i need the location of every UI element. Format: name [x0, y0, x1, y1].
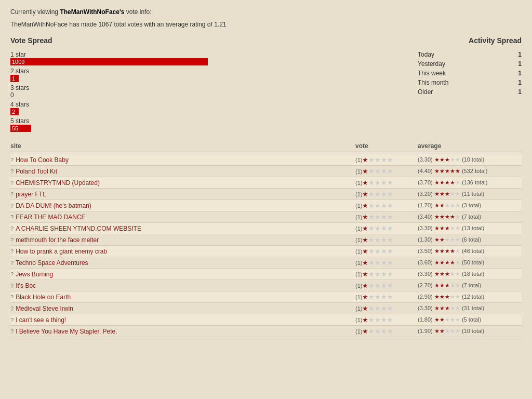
- cell-avg: (3.60) ★★★★★ (50 total): [418, 259, 522, 266]
- cell-site: ?I can't see a thing!: [10, 316, 355, 324]
- cell-site: ?FEAR THE MAD DANCE: [10, 214, 355, 221]
- activity-value: 1: [518, 60, 522, 68]
- question-mark-icon[interactable]: ?: [10, 305, 14, 312]
- cell-vote: (1)★★★★★: [355, 270, 418, 278]
- table-rows: ?How To Cook Baby(1)★★★★★(3.30) ★★★★★ (1…: [10, 154, 522, 337]
- vote-bar: 55: [10, 125, 31, 132]
- table-row: ?methmouth for the face melter(1)★★★★★(1…: [10, 234, 522, 246]
- site-link[interactable]: A CHARLIE SHEEN YTMND.COM WEBSITE: [16, 225, 141, 232]
- vote-bar: 1009: [10, 58, 208, 65]
- cell-site: ?A CHARLIE SHEEN YTMND.COM WEBSITE: [10, 225, 355, 232]
- col-header-site: site: [10, 142, 355, 150]
- vote-spread-row: 5 stars55: [10, 117, 418, 132]
- question-mark-icon[interactable]: ?: [10, 248, 14, 255]
- cell-vote: (1)★★★★★: [355, 167, 418, 175]
- activity-label: This week: [418, 70, 446, 77]
- summary-line: TheManWithNoFace has made 1067 total vot…: [10, 21, 522, 28]
- site-link[interactable]: CHEMISTRYTMND (Updated): [16, 179, 100, 187]
- site-link[interactable]: Jews Burning: [16, 271, 53, 278]
- site-link[interactable]: How to prank a giant enemy crab: [16, 248, 107, 255]
- activity-label: This month: [418, 79, 448, 86]
- cell-avg: (3.50) ★★★★★ (46 total): [418, 248, 522, 255]
- table-row: ?FEAR THE MAD DANCE(1)★★★★★(3.40) ★★★★★ …: [10, 211, 522, 223]
- question-mark-icon[interactable]: ?: [10, 237, 14, 243]
- site-link[interactable]: prayer FTL: [16, 191, 46, 198]
- cv-username: TheManWithNoFace's: [60, 8, 124, 16]
- table-row: ?How to prank a giant enemy crab(1)★★★★★…: [10, 246, 522, 257]
- cell-site: ?It's Boc: [10, 282, 355, 289]
- cell-vote: (1)★★★★★: [355, 293, 418, 301]
- question-mark-icon[interactable]: ?: [10, 225, 14, 232]
- cv-prefix: Currently viewing: [10, 8, 60, 16]
- site-link[interactable]: Black Hole on Earth: [16, 294, 71, 301]
- activity-label: Older: [418, 88, 433, 96]
- star-label: 1 star: [10, 51, 418, 58]
- site-link[interactable]: It's Boc: [16, 282, 36, 289]
- question-mark-icon[interactable]: ?: [10, 214, 14, 220]
- spread-headers: Vote Spread Activity Spread: [10, 36, 522, 45]
- site-link[interactable]: I Believe You Have My Stapler, Pete.: [16, 328, 117, 335]
- site-link[interactable]: Poland Tool Kit: [16, 168, 57, 175]
- vote-bar: 2: [10, 108, 19, 115]
- star-label: 3 stars: [10, 84, 418, 91]
- cell-site: ?methmouth for the face melter: [10, 236, 355, 244]
- cell-site: ?I Believe You Have My Stapler, Pete.: [10, 328, 355, 335]
- cell-site: ?prayer FTL: [10, 191, 355, 198]
- two-col-layout: 1 star10092 stars13 stars04 stars25 star…: [10, 51, 522, 134]
- cell-vote: (1)★★★★★: [355, 224, 418, 232]
- cell-site: ?How To Cook Baby: [10, 156, 355, 164]
- site-link[interactable]: I can't see a thing!: [16, 316, 66, 324]
- cell-vote: (1)★★★★★: [355, 247, 418, 255]
- cell-site: ?Techno Space Adventures: [10, 259, 355, 267]
- question-mark-icon[interactable]: ?: [10, 180, 14, 186]
- table-row: ?How To Cook Baby(1)★★★★★(3.30) ★★★★★ (1…: [10, 154, 522, 166]
- activity-row: Today1: [418, 51, 522, 58]
- question-mark-icon[interactable]: ?: [10, 157, 14, 163]
- activity-rows: Today1Yesterday1This week1This month1Old…: [418, 51, 522, 96]
- cell-vote: (1)★★★★★: [355, 282, 418, 289]
- table-row: ?Poland Tool Kit(1)★★★★★(4.40) ★★★★★ (53…: [10, 166, 522, 177]
- question-mark-icon[interactable]: ?: [10, 168, 14, 175]
- cell-site: ?Black Hole on Earth: [10, 294, 355, 301]
- question-mark-icon[interactable]: ?: [10, 191, 14, 197]
- site-link[interactable]: Medieval Steve Irwin: [16, 305, 73, 312]
- col-header-avg: average: [418, 142, 522, 150]
- question-mark-icon[interactable]: ?: [10, 260, 14, 266]
- vote-spread-row: 2 stars1: [10, 68, 418, 82]
- cell-avg: (1.80) ★★★★★ (5 total): [418, 316, 522, 323]
- cell-avg: (3.30) ★★★★★ (31 total): [418, 305, 522, 312]
- cell-vote: (1)★★★★★: [355, 156, 418, 164]
- cell-site: ?Medieval Steve Irwin: [10, 305, 355, 312]
- cell-site: ?DA DA DUM! (he's batman): [10, 202, 355, 209]
- star-label: 2 stars: [10, 68, 418, 75]
- cell-avg: (3.40) ★★★★★ (7 total): [418, 214, 522, 220]
- table-row: ?It's Boc(1)★★★★★(2.70) ★★★★★ (7 total): [10, 280, 522, 291]
- question-mark-icon[interactable]: ?: [10, 317, 14, 323]
- site-link[interactable]: How To Cook Baby: [16, 156, 69, 164]
- cell-site: ?How to prank a giant enemy crab: [10, 248, 355, 255]
- cell-site: ?CHEMISTRYTMND (Updated): [10, 179, 355, 187]
- question-mark-icon[interactable]: ?: [10, 328, 14, 335]
- table-row: ?Medieval Steve Irwin(1)★★★★★(3.30) ★★★★…: [10, 303, 522, 314]
- question-mark-icon[interactable]: ?: [10, 283, 14, 289]
- table-row: ?A CHARLIE SHEEN YTMND.COM WEBSITE(1)★★★…: [10, 223, 522, 234]
- table-row: ?prayer FTL(1)★★★★★(3.20) ★★★★★ (11 tota…: [10, 189, 522, 200]
- activity-value: 1: [518, 51, 522, 58]
- activity-value: 1: [518, 70, 522, 77]
- site-link[interactable]: Techno Space Adventures: [16, 259, 88, 267]
- question-mark-icon[interactable]: ?: [10, 203, 14, 209]
- vote-spread-rows: 1 star10092 stars13 stars04 stars25 star…: [10, 51, 418, 132]
- question-mark-icon[interactable]: ?: [10, 294, 14, 300]
- vote-spread-title: Vote Spread: [10, 36, 52, 45]
- site-link[interactable]: FEAR THE MAD DANCE: [16, 214, 85, 221]
- site-link[interactable]: methmouth for the face melter: [16, 236, 99, 244]
- cell-site: ?Poland Tool Kit: [10, 168, 355, 175]
- cell-vote: (1)★★★★★: [355, 179, 418, 187]
- activity-row: This month1: [418, 79, 522, 86]
- cell-vote: (1)★★★★★: [355, 327, 418, 335]
- site-link[interactable]: DA DA DUM! (he's batman): [16, 202, 91, 209]
- cell-vote: (1)★★★★★: [355, 236, 418, 244]
- cell-vote: (1)★★★★★: [355, 213, 418, 221]
- main-content: Currently viewing TheManWithNoFace's vot…: [0, 0, 532, 399]
- question-mark-icon[interactable]: ?: [10, 271, 14, 277]
